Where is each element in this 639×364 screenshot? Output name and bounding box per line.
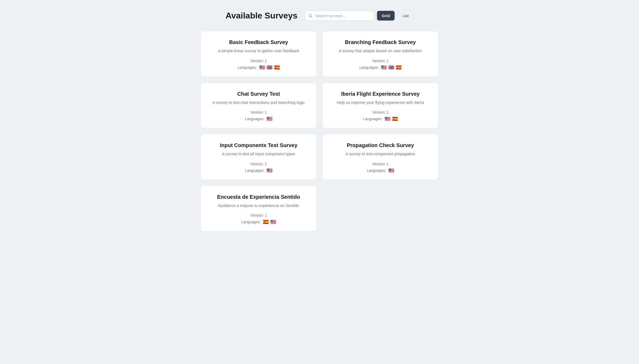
page-title: Available Surveys <box>226 11 298 21</box>
flag-icon: 🇺🇸 <box>385 116 390 122</box>
survey-languages: Languages: 🇺🇸 <box>367 168 394 173</box>
search-input[interactable] <box>305 11 374 21</box>
survey-languages: Languages: 🇺🇸🇬🇧🇪🇸 <box>238 65 279 70</box>
flag-icon: 🇺🇸 <box>267 116 272 122</box>
survey-title: Branching Feedback Survey <box>345 39 416 45</box>
flag-icon: 🇬🇧 <box>388 65 394 70</box>
survey-languages: Languages: 🇺🇸🇬🇧🇪🇸 <box>359 65 401 70</box>
flag-icon: 🇺🇸 <box>381 65 387 70</box>
languages-label: Languages: <box>363 117 382 121</box>
page-container: Available Surveys Grid List Basic Feedba… <box>201 11 438 231</box>
languages-label: Languages: <box>359 65 379 70</box>
flag-icon: 🇺🇸 <box>259 65 265 70</box>
survey-card[interactable]: Iberia Flight Experience Survey Help us … <box>323 83 438 128</box>
list-view-button[interactable]: List <box>398 11 413 21</box>
survey-card[interactable]: Chat Survey Test A survey to test chat i… <box>201 83 316 128</box>
survey-languages: Languages: 🇺🇸 <box>245 116 272 122</box>
surveys-grid: Basic Feedback Survey A simple linear su… <box>201 31 438 231</box>
survey-languages: Languages: 🇪🇸🇺🇸 <box>241 219 276 225</box>
languages-label: Languages: <box>241 220 260 224</box>
survey-description: A survey to test component propagation <box>346 151 415 157</box>
survey-card[interactable]: Propagation Check Survey A survey to tes… <box>323 134 438 180</box>
survey-languages: Languages: 🇺🇸 <box>245 168 272 173</box>
flag-icon: 🇪🇸 <box>396 65 401 70</box>
survey-description: Help us improve your flying experience w… <box>337 100 424 106</box>
grid-view-button[interactable]: Grid <box>377 11 395 21</box>
flag-icon: 🇺🇸 <box>267 168 272 173</box>
survey-version: Version: 1 <box>372 59 389 63</box>
survey-version: Version: 1 <box>372 162 389 166</box>
flag-icon: 🇪🇸 <box>274 65 280 70</box>
flag-icon: 🇺🇸 <box>270 219 276 225</box>
flag-icon: 🇬🇧 <box>267 65 272 70</box>
survey-title: Encuesta de Experiencia Sentido <box>217 194 300 200</box>
languages-label: Languages: <box>245 117 264 121</box>
survey-description: Ayúdanos a mejorar tu experiencia en Sen… <box>218 203 299 209</box>
flag-icon: 🇺🇸 <box>388 168 394 173</box>
flag-icon: 🇪🇸 <box>263 219 269 225</box>
header-controls: Grid List <box>305 11 413 21</box>
languages-label: Languages: <box>367 168 386 173</box>
survey-card[interactable]: Branching Feedback Survey A survey that … <box>323 31 438 77</box>
flag-icon: 🇪🇸 <box>392 116 398 122</box>
survey-languages: Languages: 🇺🇸🇪🇸 <box>363 116 398 122</box>
survey-description: A simple linear survey to gather user fe… <box>218 48 299 54</box>
survey-card[interactable]: Input Components Test Survey A survey to… <box>201 134 316 180</box>
survey-title: Propagation Check Survey <box>347 142 414 148</box>
survey-title: Iberia Flight Experience Survey <box>341 91 420 97</box>
languages-label: Languages: <box>238 65 257 70</box>
survey-version: Version: 1 <box>250 110 267 114</box>
survey-description: A survey to test chat interactions and b… <box>212 100 305 106</box>
survey-card[interactable]: Basic Feedback Survey A simple linear su… <box>201 31 316 77</box>
languages-label: Languages: <box>245 168 264 173</box>
page-header: Available Surveys Grid List <box>201 11 438 21</box>
survey-description: A survey to test all input component typ… <box>222 151 295 157</box>
survey-title: Input Components Test Survey <box>220 142 297 148</box>
survey-version: Version: 1 <box>250 59 267 63</box>
search-wrapper <box>305 11 374 21</box>
survey-description: A survey that adapts based on user satis… <box>339 48 422 54</box>
survey-version: Version: 1 <box>250 162 267 166</box>
survey-title: Chat Survey Test <box>237 91 280 97</box>
survey-version: Version: 1 <box>250 213 267 217</box>
survey-card[interactable]: Encuesta de Experiencia Sentido Ayúdanos… <box>201 186 316 231</box>
survey-title: Basic Feedback Survey <box>229 39 288 45</box>
survey-version: Version: 1 <box>372 110 389 114</box>
